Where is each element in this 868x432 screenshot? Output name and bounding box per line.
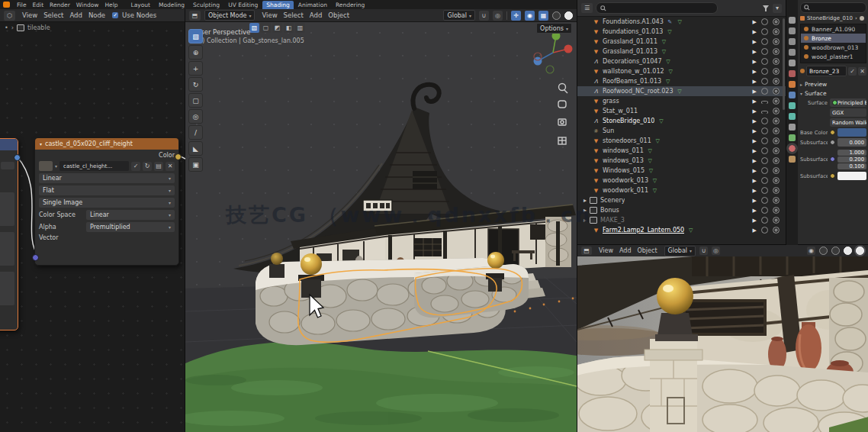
workspace-tab-modeling[interactable]: Modeling	[155, 1, 188, 9]
snap-magnet-icon[interactable]: ∪	[479, 11, 489, 21]
outliner-row[interactable]: ▸MAKE_3▶	[577, 215, 786, 225]
outliner-row[interactable]: ▸Bonus▶	[577, 205, 786, 215]
selectable-icon[interactable]: ▶	[753, 148, 757, 154]
shading-rendered-button[interactable]	[856, 247, 864, 255]
radius-value[interactable]: 0.200	[837, 156, 866, 163]
selectable-icon[interactable]: ▶	[753, 158, 757, 164]
topbar-menu-edit[interactable]: Edit	[30, 1, 47, 9]
tool-measure[interactable]: ◣	[188, 141, 203, 156]
outliner-row[interactable]: ▼Grassland_01.011▽▶	[577, 37, 786, 47]
properties-tab-render[interactable]	[789, 27, 796, 34]
hide-eye-toggle[interactable]	[761, 28, 768, 35]
selectable-icon[interactable]: ▶	[753, 108, 757, 114]
sss-method-dropdown[interactable]: Random Walk	[830, 118, 866, 127]
outliner-scrollbar[interactable]	[783, 18, 785, 110]
hide-eye-toggle[interactable]	[761, 18, 768, 25]
vector-input-socket[interactable]	[32, 254, 39, 261]
render-visibility-toggle[interactable]	[773, 98, 780, 105]
color-space-dropdown[interactable]: Linear▾	[86, 210, 175, 220]
properties-tab-material[interactable]	[789, 145, 796, 152]
hide-eye-toggle[interactable]	[761, 38, 768, 45]
use-nodes-checkbox[interactable]: ✓	[112, 12, 118, 18]
surface-section-header[interactable]: ▾Surface	[800, 89, 866, 98]
viewport-menu-add[interactable]: Add	[307, 11, 325, 20]
properties-tab-texture[interactable]	[789, 156, 796, 163]
workspace-tab-uv-editing[interactable]: UV Editing	[224, 1, 262, 9]
projection-dropdown[interactable]: Flat▾	[39, 185, 175, 195]
hide-eye-toggle[interactable]	[761, 197, 768, 204]
image-texture-node[interactable]: ▾ castle_d_05x020_cliff_height Color ▾ c…	[34, 137, 179, 266]
shader-menu-add[interactable]: Add	[66, 11, 85, 20]
render-visibility-toggle[interactable]	[773, 187, 780, 194]
blender-logo-icon[interactable]	[3, 2, 10, 8]
hide-eye-toggle[interactable]	[761, 127, 768, 134]
properties-tab-object-data[interactable]	[789, 134, 796, 141]
render-visibility-toggle[interactable]	[773, 108, 780, 114]
show-gizmo-toggle[interactable]: ✛	[511, 11, 521, 21]
render-visibility-toggle[interactable]	[773, 68, 780, 75]
filter-funnel-icon[interactable]	[762, 5, 770, 12]
properties-tab-output[interactable]	[789, 38, 796, 45]
properties-tab-object[interactable]	[789, 81, 796, 88]
selectable-icon[interactable]: ▶	[753, 79, 757, 85]
selectable-icon[interactable]: ▶	[753, 98, 757, 105]
workspace-tab-rendering[interactable]: Rendering	[332, 1, 368, 9]
material-slot[interactable]: Banner_A1.090	[801, 24, 866, 34]
outliner-row[interactable]: ▼foundations_01.013▽▶	[577, 27, 786, 37]
snap-magnet-icon[interactable]: ∪	[699, 247, 708, 255]
material-slot[interactable]: woodbrown_013	[801, 43, 866, 52]
disclosure-icon[interactable]: ▸	[583, 207, 587, 214]
properties-search-input[interactable]	[800, 2, 866, 13]
selectable-icon[interactable]: ▶	[753, 69, 757, 75]
editor-type-3d-icon[interactable]: ⬒	[581, 247, 592, 255]
render-visibility-toggle[interactable]	[773, 207, 780, 214]
source-dropdown[interactable]: Single Image▾	[39, 198, 175, 208]
editor-type-shader-icon[interactable]: ⬡	[4, 11, 15, 21]
hide-eye-toggle[interactable]	[761, 167, 768, 174]
selectable-icon[interactable]: ▶	[753, 118, 757, 124]
outliner-row[interactable]: ΛRoofBeams_01.013▽▶	[577, 76, 786, 86]
hide-eye-toggle[interactable]	[761, 118, 768, 124]
selectable-icon[interactable]: ▶	[753, 39, 757, 45]
render-visibility-toggle[interactable]	[773, 177, 780, 184]
selectable-icon[interactable]: ▶	[753, 188, 757, 194]
viewport-menu-object[interactable]: Object	[325, 11, 352, 20]
rendered-scene[interactable]	[577, 256, 868, 432]
shading-material-button[interactable]	[564, 11, 573, 20]
selectable-icon[interactable]: ▶	[753, 168, 757, 174]
tool-annotate[interactable]: /	[188, 125, 203, 140]
tool-select-box[interactable]: ▧	[188, 29, 203, 44]
selectable-icon[interactable]: ▶	[753, 198, 757, 204]
image-thumbnail[interactable]	[39, 161, 53, 171]
shader-dropdown[interactable]: Principled BSDF	[830, 98, 866, 107]
topbar-menu-window[interactable]: Window	[73, 1, 102, 9]
outliner-row[interactable]: ▼windows_013▽▶	[577, 156, 786, 166]
render-visibility-toggle[interactable]	[773, 167, 780, 174]
hide-eye-toggle[interactable]	[761, 68, 768, 75]
render-visibility-toggle[interactable]	[773, 28, 780, 35]
unlink-button[interactable]: ✕	[166, 162, 175, 171]
hide-eye-toggle[interactable]	[761, 157, 768, 164]
outliner-row[interactable]: ΛDecorations_01047▽▶	[577, 56, 786, 66]
shader-menu-select[interactable]: Select	[40, 11, 66, 20]
fake-user-button[interactable]: ✓	[131, 162, 140, 171]
outliner-display-options[interactable]: ▾	[773, 4, 782, 13]
render-view-menu-object[interactable]: Object	[634, 247, 660, 255]
outliner-row[interactable]: ▼stonedoors_011▽▶	[577, 136, 786, 146]
unlink-material-button[interactable]: ✕	[858, 67, 866, 76]
shading-material-button[interactable]	[844, 247, 852, 255]
tool-transform[interactable]: ◎	[188, 109, 203, 124]
render-visibility-toggle[interactable]	[773, 217, 780, 224]
rv-orientation-dropdown[interactable]: Global▾	[664, 246, 696, 256]
open-image-button[interactable]: ▤	[154, 162, 163, 171]
outliner-row[interactable]: ▼Foundations.A1.043✎▽▶	[577, 17, 786, 27]
selectable-icon[interactable]: ▶	[753, 89, 757, 95]
workspace-tab-sculpting[interactable]: Sculpting	[189, 1, 223, 9]
image-node-header[interactable]: ▾ castle_d_05x020_cliff_height	[35, 138, 178, 150]
material-slot[interactable]: Bronze	[801, 34, 866, 43]
render-visibility-toggle[interactable]	[773, 118, 780, 124]
hide-eye-toggle[interactable]	[761, 78, 768, 85]
render-view-menu-view[interactable]: View	[596, 247, 616, 255]
editor-type-outliner-icon[interactable]: ☰	[581, 3, 593, 13]
render-visibility-toggle[interactable]	[773, 227, 780, 234]
